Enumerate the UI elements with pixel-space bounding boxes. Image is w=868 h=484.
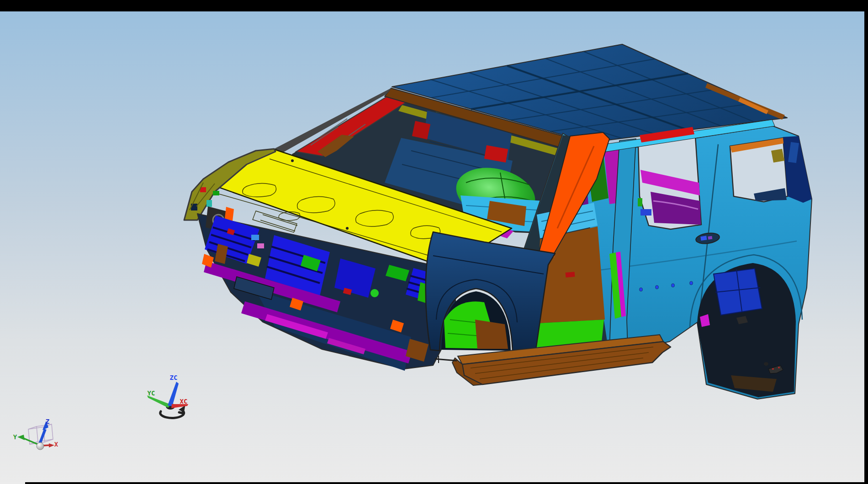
abs-x-label: X	[54, 441, 58, 448]
frame-bottom-left-gap	[0, 482, 25, 484]
rear-window-blue-chip[interactable]	[640, 209, 651, 216]
front-ltblue-chip[interactable]	[251, 235, 259, 240]
frame-bottom-bar	[25, 482, 868, 484]
loose-part-red-dot-1	[772, 368, 774, 370]
frame-top-bar	[0, 0, 868, 11]
abs-origin-sphere[interactable]	[37, 442, 44, 450]
wcs-x-label: XC	[180, 398, 188, 405]
front-pink-chip[interactable]	[257, 243, 264, 248]
front-green-chip-3[interactable]	[370, 289, 379, 297]
loose-part-red-dot-2	[778, 367, 780, 368]
wcs-z-label: ZC	[170, 374, 178, 381]
cowl-green-chip[interactable]	[213, 191, 219, 195]
cad-viewport[interactable]: ZC YC XC Z Y X	[0, 0, 868, 484]
cowl-teal-chip[interactable]	[206, 200, 212, 207]
rear-window-green-chip[interactable]	[638, 198, 642, 206]
interior-red-box-1[interactable]	[412, 121, 430, 139]
application-window: { "viewport": { "description": "CAD 3D v…	[0, 0, 868, 484]
loose-part-dot[interactable]	[764, 362, 768, 366]
front-arch-brown[interactable]	[475, 320, 508, 349]
frame-right-bar	[864, 0, 868, 484]
abs-z-label: Z	[46, 418, 49, 425]
quarter-window-olive-plate[interactable]	[771, 149, 784, 163]
wcs-y-label: YC	[148, 389, 155, 397]
floor-red-chip[interactable]	[566, 272, 575, 278]
abs-y-label: Y	[13, 433, 17, 441]
